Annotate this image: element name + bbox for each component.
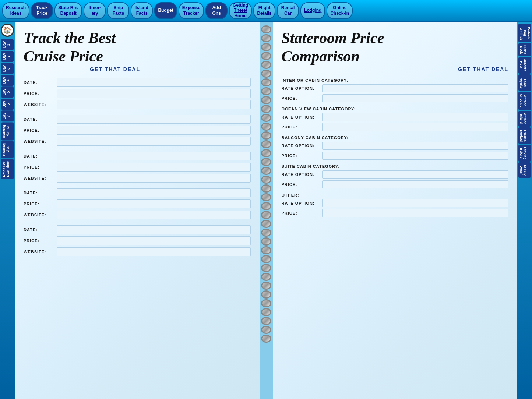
price-input-5[interactable] <box>57 236 251 245</box>
date-input-2[interactable] <box>57 115 251 124</box>
price-input-1[interactable] <box>57 89 251 98</box>
ocean-view-price-row: PRICE: <box>282 123 509 131</box>
balcony-rate-label: RATE OPTION: <box>282 144 322 148</box>
spiral-ring <box>261 34 271 42</box>
sidebar-item-terminal-bag-embark[interactable]: Terminal/BagEmbark <box>518 24 531 42</box>
sidebar-item-island-attract[interactable]: IslandAttract. <box>518 111 531 127</box>
sidebar-item-deck-plans[interactable]: DeckPlans <box>518 43 531 56</box>
left-title-line1: Track the Best <box>24 29 251 46</box>
sidebar-item-day1[interactable]: Day1 <box>1 39 14 50</box>
main-layout: 🏠 Day1 Day2 Day3 Day4 Day5 Day6 Day7 Clo… <box>0 22 532 399</box>
nav-rental-car[interactable]: RentalCar <box>277 2 299 19</box>
date-input-4[interactable] <box>57 188 251 197</box>
price-input-3[interactable] <box>57 163 251 172</box>
sidebar-item-onboard-attract[interactable]: OnboardAttract. <box>518 92 531 110</box>
date-row-5: DATE: <box>24 225 251 234</box>
spiral-ring <box>261 255 271 263</box>
price-entry-group-2: DATE: PRICE: WEBSITE: <box>24 115 251 146</box>
sidebar-item-day7[interactable]: Day7 <box>1 110 14 121</box>
nav-flight-details[interactable]: FlightDetails <box>253 2 275 19</box>
price-row-2: PRICE: <box>24 126 251 135</box>
website-input-1[interactable] <box>57 100 251 109</box>
interior-price-input[interactable] <box>322 94 509 102</box>
spiral-ring <box>261 335 271 343</box>
nav-budget[interactable]: Budget <box>154 2 177 19</box>
interior-rate-row: RATE OPTION: <box>282 84 509 92</box>
website-input-4[interactable] <box>57 211 251 219</box>
spiral-ring <box>261 158 271 166</box>
date-input-3[interactable] <box>57 152 251 160</box>
balcony-rate-input[interactable] <box>322 142 509 150</box>
nav-ship-facts[interactable]: ShipFacts <box>107 2 129 19</box>
nav-island-facts[interactable]: IslandFacts <box>131 2 153 19</box>
website-label-3: WEBSITE: <box>24 176 57 180</box>
sidebar-item-day5[interactable]: Day5 <box>1 86 14 98</box>
other-price-label: PRICE: <box>282 211 322 215</box>
price-label-1: PRICE: <box>24 91 57 96</box>
nav-getting-there-home[interactable]: GettingThere/Home <box>229 2 252 19</box>
balcony-rate-row: RATE OPTION: <box>282 142 509 150</box>
nav-lodging[interactable]: Lodging <box>300 2 325 19</box>
left-get-that-deal: GET THAT DEAL <box>90 66 251 72</box>
other-price-input[interactable] <box>322 209 509 217</box>
ocean-view-price-input[interactable] <box>322 123 509 131</box>
nav-research-ideas[interactable]: ResearchIdeas <box>2 2 29 19</box>
sidebar-item-notes-next-time[interactable]: Notes ForNext Time <box>1 159 14 179</box>
nav-state-rm-deposit[interactable]: State Rm/Deposit <box>54 2 82 19</box>
nav-itinerary[interactable]: Itiner-ary <box>84 2 106 19</box>
sidebar-item-docs-to-buy[interactable]: Docs/To Buy <box>518 162 531 178</box>
website-input-2[interactable] <box>57 137 251 146</box>
sidebar-item-popular-food[interactable]: PopularFood <box>518 74 531 91</box>
sidebar-item-clothing-planner[interactable]: ClothingPlanner <box>1 123 14 141</box>
nav-expense-tracker[interactable]: ExpenseTracker <box>179 2 204 19</box>
home-button[interactable]: 🏠 <box>1 24 14 37</box>
other-cabin-category-label: OTHER: <box>282 193 509 197</box>
price-input-4[interactable] <box>57 200 251 208</box>
website-row-2: WEBSITE: <box>24 137 251 146</box>
interior-rate-input[interactable] <box>322 84 509 92</box>
website-row-1: WEBSITE: <box>24 100 251 109</box>
sidebar-item-day4[interactable]: Day4 <box>1 75 14 86</box>
website-row-4: WEBSITE: <box>24 211 251 219</box>
balcony-cabin-section: BALCONY CABIN CATEGORY: RATE OPTION: PRI… <box>282 135 509 160</box>
date-input-5[interactable] <box>57 225 251 234</box>
ocean-view-rate-input[interactable] <box>322 113 509 121</box>
spiral-ring <box>261 246 271 254</box>
other-rate-row: RATE OPTION: <box>282 199 509 207</box>
date-row-2: DATE: <box>24 115 251 124</box>
spiral-ring <box>261 61 271 69</box>
other-rate-input[interactable] <box>322 199 509 207</box>
spiral-ring <box>261 273 271 281</box>
price-input-2[interactable] <box>57 126 251 135</box>
website-input-3[interactable] <box>57 174 251 183</box>
date-label-3: DATE: <box>24 154 57 158</box>
sidebar-item-day3[interactable]: Day3 <box>1 63 14 74</box>
sidebar-item-packing-list[interactable]: PackingList <box>1 141 14 158</box>
nav-online-check-in[interactable]: OnlineCheck-In <box>327 2 353 19</box>
suite-price-row: PRICE: <box>282 180 509 188</box>
suite-rate-label: RATE OPTION: <box>282 172 322 177</box>
suite-rate-input[interactable] <box>322 170 509 179</box>
spiral-ring <box>261 96 271 104</box>
suite-cabin-category-label: SUITE CABIN CATEGORY: <box>282 164 509 169</box>
suite-price-input[interactable] <box>322 180 509 188</box>
date-input-1[interactable] <box>57 78 251 87</box>
balcony-price-input[interactable] <box>322 152 509 160</box>
sidebar-item-booked-excurs[interactable]: BookedExcurs. <box>518 127 531 144</box>
sidebar-item-before-leaving[interactable]: BeforeLeaving <box>518 145 531 162</box>
spiral-ring <box>261 52 271 60</box>
date-label-1: DATE: <box>24 80 57 85</box>
interior-rate-label: RATE OPTION: <box>282 86 322 91</box>
interior-cabin-section: INTERIOR CABIN CATEGORY: RATE OPTION: PR… <box>282 78 509 102</box>
date-row-4: DATE: <box>24 188 251 197</box>
sidebar-item-day2[interactable]: Day2 <box>1 51 14 62</box>
spiral-ring <box>261 114 271 122</box>
nav-add-ons[interactable]: AddOns <box>205 2 228 19</box>
interior-price-label: PRICE: <box>282 96 322 100</box>
suite-cabin-section: SUITE CABIN CATEGORY: RATE OPTION: PRICE… <box>282 164 509 188</box>
ocean-view-rate-row: RATE OPTION: <box>282 113 509 121</box>
nav-track-price[interactable]: TrackPrice <box>31 2 53 19</box>
sidebar-item-day6[interactable]: Day6 <box>1 99 14 110</box>
website-input-5[interactable] <box>57 247 251 256</box>
sidebar-item-restaurants[interactable]: Rest-aurants <box>518 57 531 74</box>
